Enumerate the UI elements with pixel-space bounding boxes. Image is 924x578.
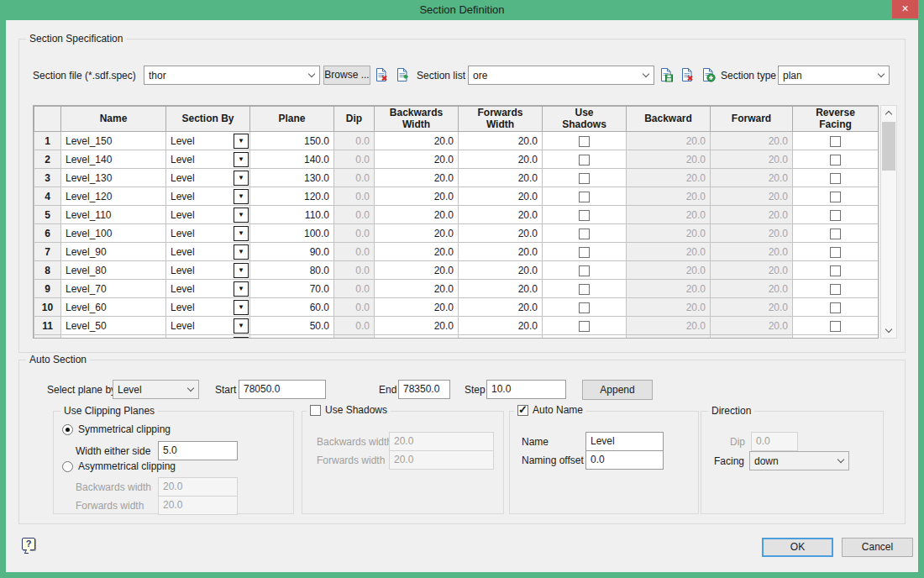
forwards-width-cell[interactable]: 20.0 (459, 169, 543, 187)
backwards-width-cell[interactable]: 20.0 (375, 224, 459, 243)
use-shadows-cell[interactable] (543, 243, 627, 261)
reverse-facing-cell[interactable] (793, 335, 879, 339)
section-file-combobox[interactable]: thor (144, 66, 320, 85)
checkbox-icon[interactable] (579, 265, 590, 276)
name-cell[interactable]: Level_100 (61, 224, 166, 243)
end-input[interactable]: 78350.0 (398, 380, 450, 399)
select-plane-by-combobox[interactable]: Level (113, 380, 199, 399)
plane-cell[interactable]: 70.0 (250, 280, 334, 298)
backwards-width-cell[interactable]: 20.0 (375, 206, 459, 224)
section-by-cell[interactable]: Level▼ (166, 132, 250, 150)
reverse-facing-cell[interactable] (793, 187, 879, 206)
backwards-width-cell[interactable]: 20.0 (375, 317, 459, 335)
load-section-file-icon[interactable] (395, 67, 410, 82)
save-section-list-icon[interactable] (659, 67, 674, 82)
name-cell[interactable] (61, 335, 166, 339)
section-by-cell[interactable]: Level▼ (166, 280, 250, 298)
reverse-facing-cell[interactable] (793, 280, 879, 298)
step-input[interactable]: 10.0 (486, 380, 566, 399)
plane-cell[interactable]: 120.0 (250, 187, 334, 206)
checkbox-icon[interactable] (830, 247, 841, 258)
plane-cell[interactable]: 140.0 (250, 150, 334, 169)
use-shadows-cell[interactable] (543, 261, 627, 280)
name-cell[interactable]: Level_150 (61, 132, 166, 150)
use-shadows-cell[interactable] (543, 298, 627, 317)
forwards-width-cell[interactable] (459, 335, 543, 339)
name-cell[interactable]: Level_120 (61, 187, 166, 206)
name-cell[interactable]: Level_90 (61, 243, 166, 261)
checkbox-icon[interactable] (830, 321, 841, 332)
title-bar[interactable]: Section Definition × (0, 0, 924, 20)
reverse-facing-cell[interactable] (793, 132, 879, 150)
reverse-facing-cell[interactable] (793, 298, 879, 317)
backwards-width-cell[interactable]: 20.0 (375, 243, 459, 261)
backwards-width-cell[interactable]: 20.0 (375, 150, 459, 169)
section-by-dropdown-button[interactable]: ▼ (234, 244, 249, 260)
section-by-cell[interactable]: Level▼ (166, 224, 250, 243)
cancel-button[interactable]: Cancel (842, 538, 913, 557)
forwards-width-cell[interactable]: 20.0 (459, 224, 543, 243)
radio-icon[interactable] (62, 424, 73, 435)
name-cell[interactable]: Level_70 (61, 280, 166, 298)
scrollbar-thumb[interactable] (882, 122, 895, 171)
section-by-dropdown-button[interactable]: ▼ (234, 152, 249, 167)
checkbox-icon[interactable] (579, 229, 590, 239)
checkbox-icon[interactable] (579, 155, 590, 166)
chevron-down-icon[interactable] (182, 381, 198, 398)
use-shadows-cell[interactable] (543, 187, 627, 206)
forwards-width-cell[interactable]: 20.0 (459, 280, 543, 298)
backwards-width-cell[interactable]: 20.0 (375, 261, 459, 280)
name-cell[interactable]: Level_140 (61, 150, 166, 169)
section-by-dropdown-button[interactable]: ▼ (234, 134, 249, 149)
checkbox-icon[interactable] (830, 173, 841, 184)
section-type-combobox[interactable]: plan (778, 66, 890, 85)
checkbox-icon[interactable] (830, 136, 841, 147)
plane-cell[interactable]: 110.0 (250, 206, 334, 224)
backwards-width-cell[interactable]: 20.0 (375, 187, 459, 206)
forwards-width-cell[interactable]: 20.0 (459, 150, 543, 169)
section-by-dropdown-button[interactable]: ▼ (234, 208, 249, 223)
reverse-facing-cell[interactable] (793, 317, 879, 335)
section-by-dropdown-button[interactable]: ▼ (234, 171, 249, 186)
checkbox-icon[interactable] (579, 247, 590, 258)
section-by-cell[interactable]: Level▼ (166, 169, 250, 187)
section-by-dropdown-button[interactable]: ▼ (234, 189, 249, 204)
ok-button[interactable]: OK (762, 538, 833, 557)
plane-cell[interactable] (250, 335, 334, 339)
use-shadows-cell[interactable] (543, 150, 627, 169)
reverse-facing-cell[interactable] (793, 224, 879, 243)
forwards-width-cell[interactable]: 20.0 (459, 206, 543, 224)
checkbox-icon[interactable] (579, 136, 590, 147)
plane-cell[interactable]: 50.0 (250, 317, 334, 335)
plane-cell[interactable]: 80.0 (250, 261, 334, 280)
scroll-down-icon[interactable] (881, 323, 896, 338)
name-cell[interactable]: Level_130 (61, 169, 166, 187)
start-input[interactable]: 78050.0 (239, 380, 326, 399)
section-by-dropdown-button[interactable]: ▼ (234, 300, 249, 315)
checkbox-icon[interactable] (517, 405, 528, 416)
chevron-down-icon[interactable] (303, 66, 319, 84)
plane-cell[interactable]: 90.0 (250, 243, 334, 261)
section-by-cell[interactable]: Level▼ (166, 206, 250, 224)
width-either-side-input[interactable]: 5.0 (158, 441, 238, 460)
forwards-width-cell[interactable]: 20.0 (459, 298, 543, 317)
use-shadows-cell[interactable] (543, 132, 627, 150)
reverse-facing-cell[interactable] (793, 150, 879, 169)
checkbox-icon[interactable] (830, 229, 841, 239)
backwards-width-cell[interactable]: 20.0 (375, 298, 459, 317)
backwards-width-cell[interactable] (375, 335, 459, 339)
browse-button[interactable]: Browse ... (323, 66, 370, 85)
plane-cell[interactable]: 60.0 (250, 298, 334, 317)
close-button[interactable]: × (892, 0, 918, 18)
checkbox-icon[interactable] (830, 302, 841, 313)
checkbox-icon[interactable] (579, 192, 590, 202)
name-cell[interactable]: Level_110 (61, 206, 166, 224)
section-by-cell[interactable]: Level▼ (166, 317, 250, 335)
chevron-down-icon[interactable] (873, 66, 889, 84)
backwards-width-cell[interactable]: 20.0 (375, 169, 459, 187)
use-shadows-cell[interactable] (543, 224, 627, 243)
chevron-down-icon[interactable] (832, 452, 848, 470)
plane-cell[interactable]: 100.0 (250, 224, 334, 243)
section-by-dropdown-button[interactable]: ▼ (234, 318, 249, 334)
forwards-width-cell[interactable]: 20.0 (459, 132, 543, 150)
